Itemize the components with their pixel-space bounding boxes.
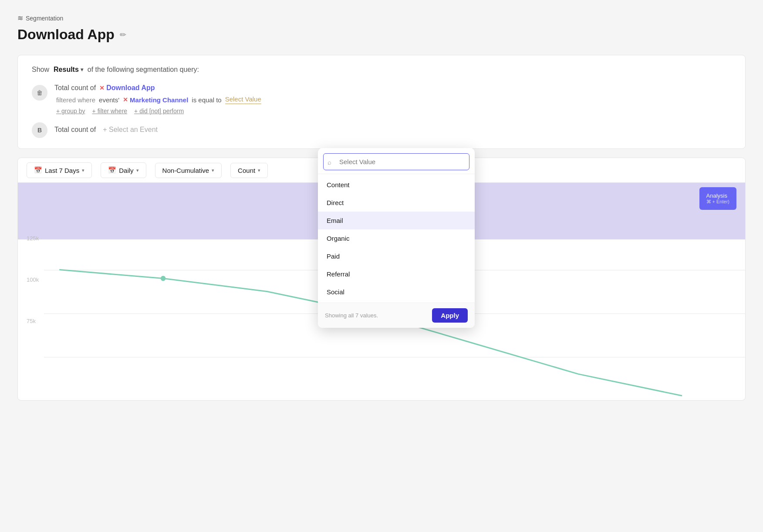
total-count-label-a: Total count of [54,84,96,92]
event-link-a[interactable]: ✕ Download App [99,84,155,92]
dropdown-search-area: ⌕ [318,148,475,174]
edit-icon[interactable]: ✏ [120,30,126,40]
select-event-label: + Select an Event [103,126,158,134]
add-filter-where-button[interactable]: + filter where [92,108,128,114]
dropdown-search-icon: ⌕ [327,158,331,165]
x-icon-prop: ✕ [123,96,128,103]
page-title: Download App [17,27,115,43]
dropdown-item-organic[interactable]: Organic [318,229,475,247]
interval-label: Daily [119,167,133,174]
page-title-area: Download App ✏ [17,27,746,43]
show-label: Show [32,66,49,74]
cumulative-chevron-icon: ▾ [212,168,214,173]
show-row: Show Results ▾ of the following segmenta… [32,66,731,74]
interval-button[interactable]: 📅 Daily ▾ [101,162,146,178]
marketing-channel-link[interactable]: ✕ Marketing Channel [123,96,188,104]
is-equal-label: is equal to [192,96,221,104]
dropdown-footer: Showing all 7 values. Apply [318,303,475,328]
analysis-title: Analysis [706,192,730,199]
segment-a-line1: Total count of ✕ Download App [54,84,731,92]
add-did-not-perform-button[interactable]: + did [not] perform [134,108,184,114]
delete-badge[interactable]: 🗑 [32,85,47,101]
select-value-button[interactable]: Select Value [225,95,261,104]
query-card: Show Results ▾ of the following segmenta… [17,55,746,149]
trash-icon: 🗑 [37,89,43,96]
segmentation-icon: ≋ [17,14,23,22]
dropdown-item-referral[interactable]: Referral [318,265,475,283]
page-container: ≋ Segmentation Download App ✏ Show Resul… [0,0,763,414]
dropdown-item-email[interactable]: Email [318,212,475,229]
dropdown-item-direct[interactable]: Direct [318,194,475,212]
of-label: of the following segmentation query: [88,66,199,74]
select-value-dropdown: ⌕ Content Direct Email Organic Paid Refe… [318,148,475,328]
date-range-label: Last 7 Days [45,167,79,174]
segment-row-a: 🗑 Total count of ✕ Download App filtered… [32,84,731,114]
dropdown-item-content[interactable]: Content [318,176,475,194]
results-chevron-icon: ▾ [81,67,83,73]
b-label: B [37,127,42,134]
apply-button[interactable]: Apply [432,308,468,323]
filtered-where-label: filtered where [56,96,95,104]
count-chevron-icon: ▾ [258,168,260,173]
event-name-a: Download App [106,84,155,92]
analysis-hint: ⌘ + Enter) [706,199,730,205]
interval-chevron-icon: ▾ [136,168,139,173]
events-label: events' [99,96,119,104]
calendar-icon: 📅 [34,166,42,174]
results-dropdown[interactable]: Results ▾ [54,66,83,74]
filter-line-a: filtered where events' ✕ Marketing Chann… [54,95,731,104]
date-range-button[interactable]: 📅 Last 7 Days ▾ [27,162,92,178]
results-label: Results [54,66,79,74]
cumulative-label: Non-Cumulative [162,167,209,174]
add-group-by-button[interactable]: + group by [56,108,85,114]
segment-row-b: B Total count of + Select an Event [32,121,731,138]
x-icon-a: ✕ [99,84,105,91]
total-count-label-b: Total count of [54,126,96,134]
dropdown-search-input[interactable] [323,153,469,170]
dropdown-item-social[interactable]: Social [318,283,475,301]
count-button[interactable]: Count ▾ [230,163,268,178]
breadcrumb-label: Segmentation [26,15,63,22]
property-name: Marketing Channel [130,96,188,104]
dropdown-item-paid[interactable]: Paid [318,247,475,265]
analysis-panel: Analysis ⌘ + Enter) [699,187,737,210]
breadcrumb: ≋ Segmentation [17,14,746,22]
showing-text: Showing all 7 values. [325,312,378,319]
add-actions-row: + group by + filter where + did [not] pe… [54,108,731,114]
dropdown-list: Content Direct Email Organic Paid Referr… [318,174,475,303]
chart-data-point [161,276,165,281]
select-event-button[interactable]: + Select an Event [103,126,158,134]
count-label: Count [238,167,255,174]
dropdown-search-wrapper: ⌕ [323,153,469,170]
cumulative-button[interactable]: Non-Cumulative ▾ [155,163,222,178]
segment-a-content: Total count of ✕ Download App filtered w… [54,84,731,114]
date-chevron-icon: ▾ [82,168,84,173]
interval-calendar-icon: 📅 [108,166,116,174]
b-badge: B [32,122,47,138]
